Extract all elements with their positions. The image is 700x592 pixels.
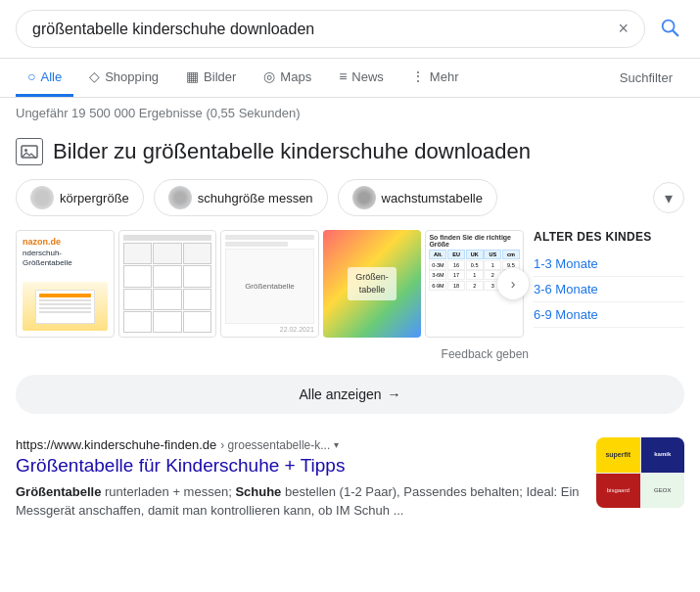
show-all-label: Alle anzeigen xyxy=(299,387,381,402)
side-panel-title: ALTER DES KINDES xyxy=(534,230,684,244)
chevron-right-icon: › xyxy=(511,276,516,292)
svg-line-1 xyxy=(673,30,677,35)
chip-label-2: schuhgröße messen xyxy=(198,191,313,205)
tab-news[interactable]: ≡ News xyxy=(327,59,396,97)
images-icon: ▦ xyxy=(186,68,199,84)
thumb-cell-1: superfit xyxy=(596,437,640,473)
image-section-title: Bilder zu größentabelle kinderschuhe dow… xyxy=(53,139,531,164)
feedback-link[interactable]: Feedback geben xyxy=(0,343,700,367)
thumb-doc1[interactable] xyxy=(118,230,217,338)
arrow-right-icon: → xyxy=(388,387,401,402)
result-url-domain: https://www.kinderschuhe-finden.de xyxy=(16,437,216,452)
tab-shopping-label: Shopping xyxy=(105,69,159,84)
news-icon: ≡ xyxy=(339,68,347,84)
tab-maps-label: Maps xyxy=(280,69,311,84)
filter-chips: körpergröße schuhgröße messen wachstumst… xyxy=(0,171,700,224)
next-arrow-button[interactable]: › xyxy=(497,268,529,299)
more-icon: ⋮ xyxy=(411,68,425,84)
result-snippet-1: Größentabelle runterladen + messen; Schu… xyxy=(16,482,584,521)
thumb-flowers[interactable]: Größen-tabelle xyxy=(323,230,422,338)
tab-news-label: News xyxy=(351,69,384,84)
thumb-cell-3: bisgaard xyxy=(596,474,640,509)
chip-circle-2 xyxy=(168,186,192,209)
result-url-path: › groessentabelle-k... xyxy=(220,438,330,452)
result-title-1[interactable]: Größentabelle für Kinderschuhe + Tipps xyxy=(16,454,584,478)
tab-images-label: Bilder xyxy=(204,69,236,84)
tab-more-label: Mehr xyxy=(430,69,459,84)
search-bar: × xyxy=(0,0,700,59)
snippet-bold-2: Schuhe xyxy=(235,484,281,499)
side-panel-item-2[interactable]: 3-6 Monate xyxy=(534,277,684,302)
chip-label-3: wachstumstabelle xyxy=(382,191,483,205)
chip-koerpergroesse[interactable]: körpergröße xyxy=(16,179,144,216)
snippet-bold-1: Größentabelle xyxy=(16,484,101,499)
chevron-down-icon: ▾ xyxy=(665,189,673,207)
chip-schuhgroesse[interactable]: schuhgröße messen xyxy=(154,179,328,216)
thumb-amazon[interactable]: nazon.de nderschuh-Größentabelle xyxy=(16,230,115,338)
result-thumb-grid: superfit kamik bisgaard GEOX xyxy=(596,437,684,508)
tab-all[interactable]: ○ Alle xyxy=(16,59,73,97)
maps-icon: ◎ xyxy=(263,68,275,84)
shopping-icon: ◇ xyxy=(89,68,100,84)
thumb-cell-4: GEOX xyxy=(641,474,685,509)
thumb-cell-2: kamik xyxy=(641,437,685,473)
snippet-text-1: runterladen + messen; xyxy=(101,484,235,499)
filter-button[interactable]: Suchfilter xyxy=(608,61,684,95)
tab-all-label: Alle xyxy=(40,69,62,84)
tab-more[interactable]: ⋮ Mehr xyxy=(399,59,471,97)
side-panel-item-3[interactable]: 6-9 Monate xyxy=(534,302,684,328)
thumb-doc2[interactable]: Größentabelle 22.02.2021 xyxy=(220,230,319,338)
side-panel-alter: ALTER DES KINDES 1-3 Monate 3-6 Monate 6… xyxy=(528,230,684,338)
chip-circle-1 xyxy=(30,186,54,209)
search-result-1: https://www.kinderschuhe-finden.de › gro… xyxy=(0,430,700,528)
chip-circle-3 xyxy=(352,186,376,209)
image-section-icon xyxy=(16,138,43,165)
clear-icon[interactable]: × xyxy=(618,19,629,39)
tab-maps[interactable]: ◎ Maps xyxy=(252,59,323,97)
side-panel-item-1[interactable]: 1-3 Monate xyxy=(534,251,684,277)
chip-wachstumstabelle[interactable]: wachstumstabelle xyxy=(338,179,497,216)
show-all-button[interactable]: Alle anzeigen → xyxy=(16,375,684,414)
nav-tabs: ○ Alle ◇ Shopping ▦ Bilder ◎ Maps ≡ News… xyxy=(0,59,700,98)
tab-images[interactable]: ▦ Bilder xyxy=(174,59,248,97)
search-icon xyxy=(659,17,680,38)
search-button[interactable] xyxy=(655,13,684,45)
svg-point-3 xyxy=(24,149,27,152)
all-icon: ○ xyxy=(27,68,35,84)
chips-expand-button[interactable]: ▾ xyxy=(653,182,684,213)
images-row: nazon.de nderschuh-Größentabelle xyxy=(0,224,700,343)
result-url-1: https://www.kinderschuhe-finden.de › gro… xyxy=(16,437,584,452)
search-input[interactable] xyxy=(32,21,610,38)
search-input-wrapper[interactable]: × xyxy=(16,10,645,48)
result-content-1: https://www.kinderschuhe-finden.de › gro… xyxy=(16,437,584,521)
image-section-header: Bilder zu größentabelle kinderschuhe dow… xyxy=(0,128,700,171)
tab-shopping[interactable]: ◇ Shopping xyxy=(77,59,170,97)
chip-label-1: körpergröße xyxy=(60,191,129,205)
result-thumbnail-1[interactable]: superfit kamik bisgaard GEOX xyxy=(596,437,684,508)
result-url-expand-icon[interactable]: ▾ xyxy=(334,439,339,450)
results-info: Ungefähr 19 500 000 Ergebnisse (0,55 Sek… xyxy=(0,98,700,128)
